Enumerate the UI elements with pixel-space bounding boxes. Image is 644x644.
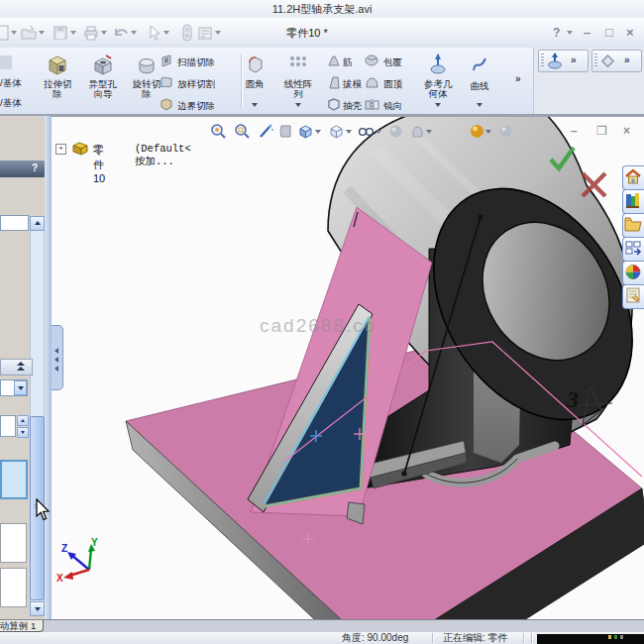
panel-help-button[interactable]: ? <box>32 162 38 173</box>
appearance-gold-icon[interactable] <box>469 123 485 140</box>
doc-minimize-button[interactable]: – <box>571 125 578 137</box>
tree-expand-box[interactable]: + <box>55 144 66 155</box>
diamond-tool-icon[interactable] <box>600 54 615 68</box>
mirror-icon[interactable] <box>365 98 379 111</box>
lofted-cut-icon[interactable] <box>160 76 173 89</box>
display-style-icon[interactable] <box>328 123 345 140</box>
open-caret[interactable] <box>39 31 45 35</box>
curves-caret[interactable] <box>477 103 483 107</box>
part-icon[interactable] <box>71 141 89 156</box>
filter-wand-icon[interactable] <box>258 123 274 140</box>
draft-button[interactable]: 拔模 <box>343 78 362 91</box>
fillet-button[interactable]: 圆角 <box>238 79 271 89</box>
hole-wizard-button[interactable]: 异型孔 向导 <box>81 79 125 99</box>
dome-button[interactable]: 圆顶 <box>383 78 402 91</box>
appearance-gold-caret[interactable] <box>485 130 491 134</box>
save-caret[interactable] <box>70 31 76 35</box>
save-icon[interactable] <box>52 24 69 42</box>
selected-item-box[interactable] <box>0 460 28 499</box>
lofted-cut-button[interactable]: 放样切割 <box>177 78 215 91</box>
maximize-button[interactable]: □ <box>605 18 613 48</box>
extruded-cut-button[interactable]: 拉伸切 除 <box>36 79 79 99</box>
help-button[interactable]: ? <box>553 18 560 48</box>
swept-cut-icon[interactable] <box>160 54 173 67</box>
minimize-button[interactable]: – <box>584 18 590 48</box>
partial-icon[interactable] <box>0 55 12 69</box>
linear-pattern-button[interactable]: 线性阵 列 <box>278 79 318 99</box>
hide-show-icon[interactable] <box>358 123 375 140</box>
boundary-cut-button[interactable]: 边界切除 <box>177 100 215 113</box>
reference-geometry-button[interactable]: 参考几 何体 <box>416 79 460 99</box>
taskpane-view-palette-tab[interactable] <box>622 237 644 262</box>
help-caret[interactable] <box>567 31 573 35</box>
fillet-icon[interactable] <box>246 54 266 74</box>
panel-item-box[interactable] <box>0 568 27 607</box>
taskpane-appearances-tab[interactable] <box>622 261 644 285</box>
axis-tool-icon[interactable] <box>547 53 563 69</box>
print-icon[interactable] <box>82 24 100 42</box>
spin-field[interactable] <box>0 415 16 437</box>
revolved-cut-icon[interactable] <box>136 54 158 75</box>
panel-item-box[interactable] <box>0 523 27 563</box>
boundary-cut-icon[interactable] <box>160 98 173 111</box>
hole-wizard-icon[interactable] <box>92 54 114 75</box>
doc-close-button[interactable]: × <box>623 125 630 137</box>
taskpane-home-tab[interactable] <box>622 165 644 190</box>
close-button[interactable]: × <box>626 18 634 48</box>
zoom-area-icon[interactable] <box>234 123 251 140</box>
shell-button[interactable]: 抽壳 <box>343 100 362 113</box>
doc-restore-button[interactable]: ❐ <box>596 125 607 137</box>
undo-icon[interactable] <box>112 24 130 42</box>
appearance-sphere-icon[interactable] <box>387 123 404 140</box>
hide-show-caret[interactable] <box>376 130 381 134</box>
select-caret[interactable] <box>163 31 169 35</box>
zoom-fit-icon[interactable] <box>210 123 227 140</box>
scene-ghost-caret[interactable] <box>426 130 432 134</box>
linear-pattern-icon[interactable] <box>288 55 308 71</box>
reference-geometry-caret[interactable] <box>435 103 441 107</box>
scroll-up-button[interactable] <box>30 216 45 231</box>
swept-cut-button[interactable]: 扫描切除 <box>177 56 215 69</box>
extruded-cut-icon[interactable] <box>47 54 68 75</box>
view-orientation-icon[interactable] <box>297 123 314 140</box>
toolbar-grip[interactable] <box>594 54 597 67</box>
rebuild-icon[interactable] <box>178 24 196 42</box>
options-icon[interactable] <box>196 24 214 42</box>
print-caret[interactable] <box>101 31 107 35</box>
mini-overflow-1[interactable]: » <box>571 54 577 65</box>
spin-up-button[interactable] <box>17 415 29 426</box>
new-caret[interactable] <box>11 31 17 35</box>
panel-splitter-handle[interactable] <box>52 325 63 390</box>
mini-overflow-2[interactable]: » <box>624 54 630 65</box>
panel-field[interactable] <box>0 215 29 231</box>
curves-button[interactable]: 曲线 <box>462 81 497 91</box>
spin-down-button[interactable] <box>17 427 29 438</box>
taskpane-file-explorer-tab[interactable] <box>622 213 644 238</box>
graphics-viewport[interactable]: X Y Z 3 cad2688.co <box>52 116 644 619</box>
undo-caret[interactable] <box>131 31 137 35</box>
boss-base-partial-1[interactable]: /基体 <box>0 77 22 90</box>
reference-geometry-icon[interactable] <box>430 54 446 75</box>
motion-study-tab[interactable]: 动算例 1 <box>0 620 44 632</box>
display-style-caret[interactable] <box>346 130 352 134</box>
rib-button[interactable]: 筋 <box>343 56 353 69</box>
part-name[interactable]: 零件10 <box>93 143 105 184</box>
section-view-icon[interactable] <box>277 123 294 140</box>
wrap-button[interactable]: 包覆 <box>383 56 402 69</box>
scroll-down-button[interactable] <box>30 601 45 616</box>
options-caret[interactable] <box>215 31 221 35</box>
view-orientation-caret[interactable] <box>315 130 321 134</box>
wrap-icon[interactable] <box>365 54 379 67</box>
taskpane-custom-properties-tab[interactable] <box>622 284 644 309</box>
open-icon[interactable] <box>20 24 38 42</box>
document-tab[interactable]: 零件10 * <box>258 18 357 48</box>
dome-icon[interactable] <box>365 76 379 89</box>
taskpane-design-library-tab[interactable] <box>622 189 644 214</box>
section-header[interactable] <box>0 359 33 376</box>
boss-base-partial-2[interactable]: /基体 <box>0 97 22 110</box>
shell-icon[interactable] <box>327 98 341 111</box>
toolbar-overflow[interactable]: » <box>515 73 521 84</box>
mirror-button[interactable]: 镜向 <box>383 100 402 113</box>
rib-icon[interactable] <box>327 54 341 67</box>
curves-icon[interactable] <box>471 54 488 74</box>
